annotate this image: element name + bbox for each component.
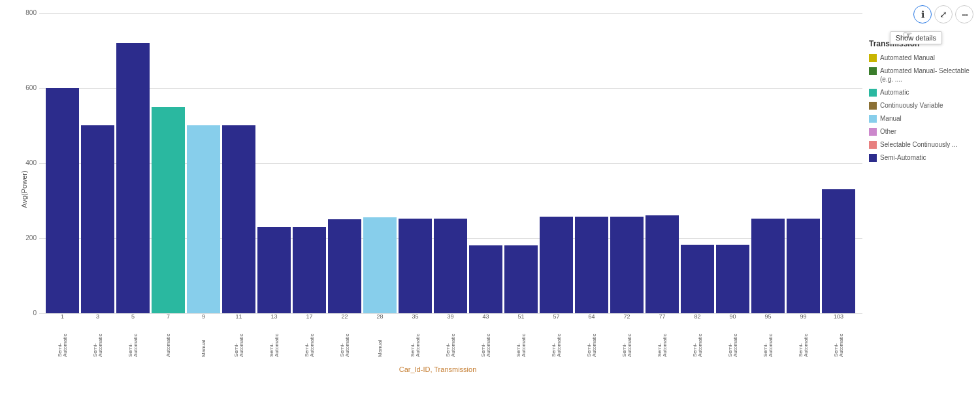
bar[interactable] (222, 125, 255, 313)
more-button[interactable]: ··· (955, 5, 973, 23)
bar[interactable] (293, 227, 326, 313)
legend-item-label: Other (880, 127, 896, 136)
x-tick-number: 1 (46, 313, 79, 320)
x-tick-number: 64 (575, 313, 608, 320)
x-tick-number: 77 (645, 313, 679, 320)
legend-color-swatch (869, 141, 877, 149)
x-label-group: 11Semi-Automatic (222, 313, 255, 357)
x-tick-number: 22 (328, 313, 361, 320)
x-label-group: 43Semi-Automatic (469, 313, 502, 357)
x-tick-label: Semi-Automatic (551, 321, 562, 357)
x-tick-number: 28 (363, 313, 397, 320)
legend-color-swatch (869, 54, 877, 62)
bar[interactable] (469, 245, 502, 313)
x-tick-number: 7 (152, 313, 185, 320)
info-button[interactable]: ℹ (913, 5, 932, 23)
legend-item: Semi-Automatic (869, 153, 973, 162)
grid-line (39, 13, 862, 14)
x-label-group: 7Automatic (152, 313, 185, 357)
y-axis-label: Avg(Power) (20, 170, 28, 208)
x-tick-label: Semi-Automatic (446, 321, 456, 357)
bar[interactable] (610, 217, 644, 313)
info-icon: ℹ (921, 9, 924, 20)
expand-button[interactable]: ⤢ (934, 5, 953, 23)
x-tick-number: 17 (293, 313, 326, 320)
bar[interactable] (363, 217, 397, 313)
x-tick-label: Semi-Automatic (128, 321, 139, 357)
x-label-group: 35Semi-Automatic (399, 313, 432, 357)
x-tick-label: Semi-Automatic (763, 321, 774, 357)
x-tick-label: Manual (201, 321, 206, 357)
x-tick-number: 57 (540, 313, 573, 320)
legend-item-label: Manual (880, 114, 902, 123)
bar[interactable] (716, 245, 749, 313)
legend-item-label: Automated Manual (880, 54, 935, 62)
x-label-group: 64Semi-Automatic (575, 313, 608, 357)
x-tick-label: Semi-Automatic (410, 321, 421, 357)
grid-line (39, 88, 862, 89)
bar[interactable] (46, 88, 79, 313)
x-tick-number: 13 (257, 313, 291, 320)
x-tick-label: Semi-Automatic (657, 321, 668, 357)
x-tick-label: Semi-Automatic (728, 321, 738, 357)
bar[interactable] (751, 219, 785, 313)
bar[interactable] (187, 125, 220, 313)
expand-icon: ⤢ (939, 9, 947, 20)
x-label-group: 3Semi-Automatic (81, 313, 114, 357)
bar[interactable] (116, 43, 150, 313)
x-tick-number: 11 (222, 313, 255, 320)
legend-color-swatch (869, 128, 877, 136)
legend-item-label: Semi-Automatic (880, 153, 926, 162)
x-tick-number: 3 (81, 313, 114, 320)
bar[interactable] (787, 219, 820, 313)
legend-item-label: Selectable Continuously ... (880, 140, 957, 149)
bar[interactable] (822, 189, 855, 313)
legend-item-label: Automatic (880, 88, 909, 97)
x-tick-number: 95 (751, 313, 785, 320)
x-tick-label: Semi-Automatic (622, 321, 632, 357)
x-tick-label: Semi-Automatic (269, 321, 280, 357)
x-tick-number: 103 (822, 313, 855, 320)
bar[interactable] (434, 219, 467, 313)
bar[interactable] (504, 245, 538, 313)
x-tick-label: Semi-Automatic (481, 321, 491, 357)
x-tick-label: Semi-Automatic (587, 321, 597, 357)
x-label-group: 90Semi-Automatic (716, 313, 749, 357)
x-tick-label: Automatic (166, 321, 171, 357)
x-tick-number: 51 (504, 313, 538, 320)
bar[interactable] (81, 125, 114, 313)
x-label-group: 5Semi-Automatic (116, 313, 150, 357)
bar[interactable] (681, 245, 714, 313)
x-label-group: 95Semi-Automatic (751, 313, 785, 357)
bar[interactable] (540, 217, 573, 313)
legend-color-swatch (869, 102, 877, 110)
x-label-group: 28Manual (363, 313, 397, 357)
toolbar: ℹ ⤢ ··· Show details ☞ (913, 5, 973, 23)
bar[interactable] (152, 107, 185, 313)
bar[interactable] (399, 219, 432, 313)
show-details-tooltip: Show details (890, 31, 942, 44)
x-tick-label: Semi-Automatic (834, 321, 844, 357)
y-tick-label: 600 (14, 84, 37, 91)
x-tick-number: 72 (610, 313, 644, 320)
legend-item-label: Continuously Variable (880, 101, 943, 110)
x-label-group: 13Semi-Automatic (257, 313, 291, 357)
legend-color-swatch (869, 154, 877, 162)
legend-item: Automated Manual- Selectable (e.g. .... (869, 67, 973, 84)
x-tick-number: 43 (469, 313, 502, 320)
legend-item-label: Automated Manual- Selectable (e.g. .... (880, 67, 973, 84)
bar[interactable] (257, 227, 291, 313)
x-tick-number: 5 (116, 313, 150, 320)
bar[interactable] (645, 215, 679, 313)
bar[interactable] (328, 219, 361, 313)
x-label-group: 57Semi-Automatic (540, 313, 573, 357)
x-label-group: 17Semi-Automatic (293, 313, 326, 357)
legend-color-swatch (869, 115, 877, 123)
y-tick-label: 400 (14, 159, 37, 166)
x-tick-label: Semi-Automatic (693, 321, 703, 357)
bar[interactable] (575, 217, 608, 313)
x-label-group: 51Semi-Automatic (504, 313, 538, 357)
x-label-group: 9Manual (187, 313, 220, 357)
y-tick-label: 800 (14, 9, 37, 16)
x-tick-number: 99 (787, 313, 820, 320)
